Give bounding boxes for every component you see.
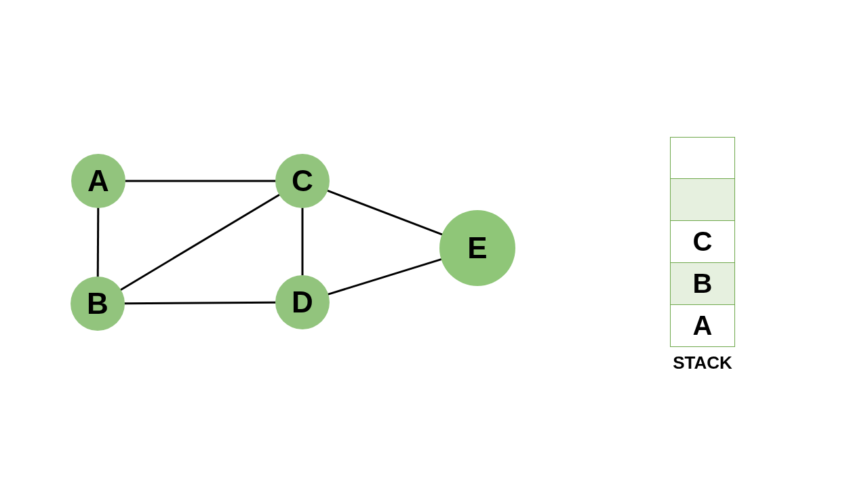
- stack-cell-2: C: [670, 221, 735, 263]
- edge-A-B: [98, 208, 98, 277]
- graph-edges: [0, 0, 868, 488]
- stack-cell-4: A: [670, 305, 735, 347]
- graph-node-A: A: [71, 154, 125, 208]
- stack-cell-value: A: [693, 310, 713, 341]
- graph-node-E: E: [439, 210, 515, 286]
- stack-label: STACK: [670, 352, 735, 373]
- graph-node-D: D: [275, 275, 330, 329]
- edge-C-E: [328, 190, 441, 235]
- stack-cell-3: B: [670, 263, 735, 305]
- graph-node-label: A: [87, 164, 109, 198]
- stack-cell-0: [670, 137, 735, 179]
- stack-container: CBA: [670, 137, 735, 347]
- graph-node-B: B: [71, 277, 125, 331]
- edge-B-D: [125, 302, 275, 303]
- graph-node-label: E: [467, 231, 487, 265]
- stack-cell-value: C: [693, 226, 713, 257]
- graph-node-label: D: [292, 285, 313, 319]
- stack-cell-1: [670, 179, 735, 221]
- edge-D-E: [328, 260, 441, 295]
- graph-node-C: C: [275, 154, 330, 208]
- graph-node-label: B: [87, 287, 108, 321]
- graph-node-label: C: [292, 164, 313, 198]
- edge-B-C: [121, 195, 279, 290]
- stack-cell-value: B: [693, 268, 713, 299]
- diagram-canvas: ABCDE CBA STACK: [0, 0, 868, 488]
